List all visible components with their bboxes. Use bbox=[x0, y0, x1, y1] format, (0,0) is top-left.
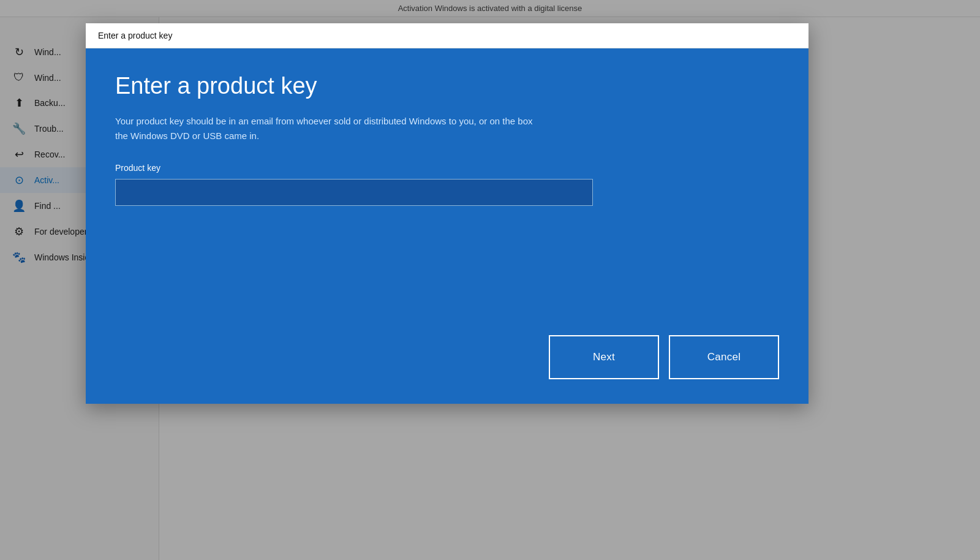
next-button[interactable]: Next bbox=[549, 335, 659, 379]
cancel-button[interactable]: Cancel bbox=[669, 335, 779, 379]
dialog-body: Enter a product key Your product key sho… bbox=[86, 48, 809, 404]
product-key-label: Product key bbox=[115, 163, 779, 173]
dialog-description: Your product key should be in an email f… bbox=[115, 114, 544, 143]
dialog-title: Enter a product key bbox=[115, 73, 779, 99]
product-key-input[interactable] bbox=[115, 179, 593, 206]
product-key-dialog: Enter a product key Enter a product key … bbox=[86, 23, 809, 404]
dialog-titlebar: Enter a product key bbox=[86, 23, 809, 48]
dialog-buttons: Next Cancel bbox=[115, 311, 779, 379]
